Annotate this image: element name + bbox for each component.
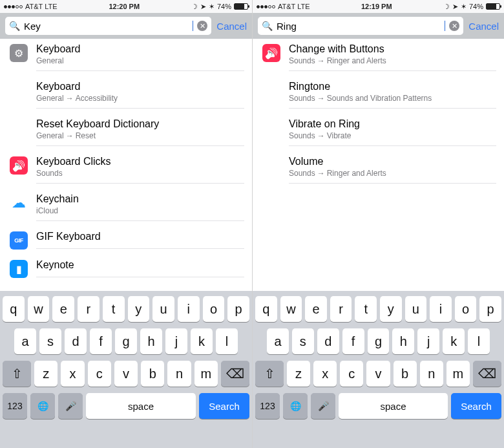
key-z[interactable]: z [34,361,58,387]
key-l[interactable]: l [468,328,490,354]
result-path: Sounds [36,169,244,178]
key-y[interactable]: y [380,296,402,322]
key-d[interactable]: d [65,328,87,354]
key-n[interactable]: n [167,361,191,387]
result-row[interactable]: Keyboard ClicksSounds [0,151,252,189]
key-j[interactable]: j [417,328,439,354]
key-h[interactable]: h [392,328,414,354]
battery-pct: 74% [469,3,483,10]
key-p[interactable]: p [479,296,501,322]
key-search[interactable]: Search [451,393,501,419]
key-l[interactable]: l [216,328,238,354]
key-backspace[interactable]: ⌫ [221,361,249,387]
key-shift[interactable]: ⇧ [3,361,31,387]
key-m[interactable]: m [194,361,218,387]
results-list: Change with ButtonsSounds→Ringer and Ale… [253,39,504,291]
key-space[interactable]: space [86,393,196,419]
key-r[interactable]: r [330,296,352,322]
key-e[interactable]: e [305,296,327,322]
key-space[interactable]: space [339,393,448,419]
key-z[interactable]: z [287,361,310,387]
key-t[interactable]: t [103,296,125,322]
phone-1: AT&T LTE12:19 PM☽➤✶74%🔍Ring✕CancelChange… [252,0,504,448]
result-row[interactable]: RingtoneSounds→Sounds and Vibration Patt… [253,76,504,114]
key-v[interactable]: v [114,361,138,387]
result-body: Change with ButtonsSounds→Ringer and Ale… [289,43,496,71]
key-q[interactable]: q [3,296,25,322]
result-icon-slot [9,194,28,212]
key-q[interactable]: q [255,296,277,322]
key-s[interactable]: s [39,328,61,354]
key-shift[interactable]: ⇧ [255,361,284,387]
key-a[interactable]: a [267,328,289,354]
cancel-button[interactable]: Cancel [216,21,247,32]
key-f[interactable]: f [342,328,364,354]
result-row[interactable]: KeychainiCloud [0,189,252,226]
key-o[interactable]: o [455,296,477,322]
key-u[interactable]: u [152,296,174,322]
result-body: KeyboardGeneral→Accessibility [36,80,244,109]
key-g[interactable]: g [368,328,390,354]
key-globe[interactable]: 🌐 [30,393,55,419]
key-g[interactable]: g [115,328,137,354]
key-f[interactable]: f [90,328,112,354]
result-row[interactable]: KeyboardGeneral [0,39,252,76]
key-c[interactable]: c [88,361,111,387]
result-row[interactable]: Change with ButtonsSounds→Ringer and Ale… [253,39,504,76]
key-o[interactable]: o [203,296,225,322]
key-e[interactable]: e [52,296,74,322]
clear-icon[interactable]: ✕ [197,21,207,31]
key-w[interactable]: w [28,296,50,322]
result-row[interactable]: KeyboardGeneral→Accessibility [0,76,252,114]
key-backspace[interactable]: ⌫ [473,361,501,387]
key-d[interactable]: d [317,328,339,354]
result-title: Keyboard Clicks [36,155,244,168]
arrow-icon: → [317,169,325,178]
key-u[interactable]: u [405,296,427,322]
key-y[interactable]: y [128,296,150,322]
key-t[interactable]: t [355,296,377,322]
key-123[interactable]: 123 [255,393,280,419]
status-time: 12:20 PM [109,3,140,10]
search-input[interactable]: 🔍Ring✕ [258,17,463,35]
key-b[interactable]: b [141,361,164,387]
keyboard-row-4: 123🌐🎤spaceSearch [3,393,249,419]
key-m[interactable]: m [446,361,470,387]
key-mic[interactable]: 🎤 [311,393,335,419]
result-row[interactable]: Keynote [0,255,252,283]
result-row[interactable]: VolumeSounds→Ringer and Alerts [253,151,504,189]
result-path-seg: Sounds [289,131,315,140]
search-icon: 🔍 [262,21,273,31]
key-k[interactable]: k [443,328,465,354]
key-i[interactable]: i [178,296,200,322]
cancel-button[interactable]: Cancel [468,21,499,32]
search-input[interactable]: 🔍Key✕ [5,17,211,35]
text-caret [445,21,445,31]
key-n[interactable]: n [420,361,443,387]
clear-icon[interactable]: ✕ [449,21,459,31]
key-h[interactable]: h [140,328,162,354]
key-globe[interactable]: 🌐 [283,393,308,419]
key-v[interactable]: v [366,361,390,387]
key-j[interactable]: j [165,328,187,354]
key-x[interactable]: x [313,361,337,387]
result-row[interactable]: Vibrate on RingSounds→Vibrate [253,114,504,151]
key-x[interactable]: x [61,361,84,387]
signal-icon [257,5,275,8]
key-b[interactable]: b [394,361,417,387]
key-a[interactable]: a [14,328,36,354]
key-search[interactable]: Search [199,393,249,419]
result-row[interactable]: GIF Keyboard [0,226,252,255]
result-title: Ringtone [289,80,496,93]
status-right: ☽➤✶74% [443,3,500,10]
key-i[interactable]: i [430,296,452,322]
key-123[interactable]: 123 [3,393,27,419]
key-mic[interactable]: 🎤 [58,393,83,419]
key-p[interactable]: p [227,296,249,322]
key-r[interactable]: r [78,296,100,322]
result-row[interactable]: Reset Keyboard DictionaryGeneral→Reset [0,114,252,151]
key-k[interactable]: k [191,328,213,354]
key-w[interactable]: w [280,296,302,322]
key-c[interactable]: c [340,361,363,387]
key-s[interactable]: s [292,328,314,354]
